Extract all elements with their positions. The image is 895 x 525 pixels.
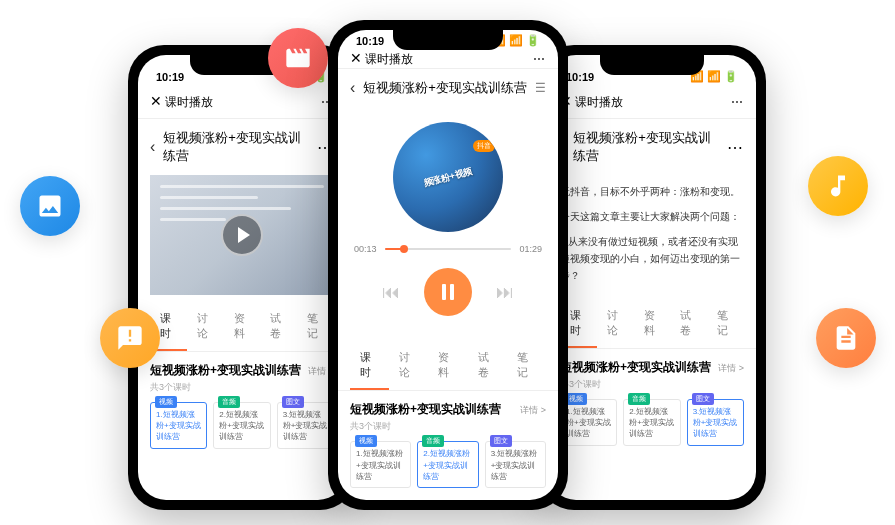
header: ✕ 课时播放⋯ [138,85,346,119]
more-icon[interactable]: ⋯ [727,138,744,157]
header-title: 课时播放 [365,52,413,66]
audio-progress[interactable]: 00:1301:29 [338,232,558,260]
tag-text: 图文 [490,435,512,447]
lesson-card[interactable]: 音频2.短视频涨粉+变现实战训练营 [417,441,478,488]
music-icon [808,156,868,216]
chat-icon [100,308,160,368]
lesson-card[interactable]: 视频1.短视频涨粉+变现实战训练营 [350,441,411,488]
tab-exam[interactable]: 试卷 [670,300,707,348]
tag-audio: 音频 [628,393,650,405]
tab-lessons[interactable]: 课时 [350,342,389,390]
lesson-card[interactable]: 图文3.短视频涨粉+变现实战训练营 [277,402,334,449]
tab-notes[interactable]: 笔记 [507,342,546,390]
tag-audio: 音频 [422,435,444,447]
video-player[interactable] [150,175,334,295]
tab-exam[interactable]: 试卷 [468,342,507,390]
lesson-card[interactable]: 音频2.短视频涨粉+变现实战训练营 [213,402,270,449]
tag-text: 图文 [282,396,304,408]
time-total: 01:29 [519,244,542,254]
play-button[interactable] [221,214,263,256]
tag-text: 图文 [692,393,714,405]
header: ✕ 课时播放⋯ [548,85,756,119]
more-icon[interactable]: ⋯ [731,95,744,109]
tabs: 课时 讨论 资料 试卷 笔记 [138,303,346,352]
tab-material[interactable]: 资料 [428,342,467,390]
tabs: 课时 讨论 资料 试卷 笔记 [338,342,558,391]
time-current: 00:13 [354,244,377,254]
tab-material[interactable]: 资料 [224,303,261,351]
tag-video: 视频 [565,393,587,405]
close-icon[interactable]: ✕ [350,50,362,66]
video-icon [268,28,328,88]
image-icon [20,176,80,236]
article-content: 玩抖音，目标不外乎两种：涨粉和变现。 今天这篇文章主要让大家解决两个问题： 1.… [548,175,756,300]
next-button[interactable]: ⏭ [496,282,514,303]
tab-discuss[interactable]: 讨论 [597,300,634,348]
phone-video: 10:19📶 📶 🔋 ✕ 课时播放⋯ ‹短视频涨粉+变现实战训练营⋯ 课时 讨论… [128,45,356,510]
lesson-card[interactable]: 视频1.短视频涨粉+变现实战训练营 [560,399,617,446]
detail-link[interactable]: 详情 > [718,362,744,375]
lesson-card[interactable]: 音频2.短视频涨粉+变现实战训练营 [623,399,680,446]
lesson-card[interactable]: 图文3.短视频涨粉+变现实战训练营 [687,399,744,446]
section-title: 短视频涨粉+变现实战训练营 [150,362,301,379]
tab-notes[interactable]: 笔记 [707,300,744,348]
back-icon[interactable]: ‹ [150,138,155,156]
tag-video: 视频 [355,435,377,447]
lesson-card[interactable]: 视频1.短视频涨粉+变现实战训练营 [150,402,207,449]
lesson-card[interactable]: 图文3.短视频涨粉+变现实战训练营 [485,441,546,488]
more-icon[interactable]: ⋯ [533,52,546,66]
tag-video: 视频 [155,396,177,408]
header: ✕ 课时播放⋯ [338,49,558,70]
pause-button[interactable] [424,268,472,316]
course-title: 短视频涨粉+变现实战训练营 [363,79,527,97]
tab-exam[interactable]: 试卷 [260,303,297,351]
detail-link[interactable]: 详情 > [520,404,546,417]
tag-audio: 音频 [218,396,240,408]
album-art: 抖音频涨粉+视频 [393,122,503,232]
document-icon [816,308,876,368]
tab-discuss[interactable]: 讨论 [187,303,224,351]
phone-audio: 10:19📶 📶 🔋 ✕ 课时播放⋯ ‹短视频涨粉+变现实战训练营☰ 抖音频涨粉… [328,20,568,510]
list-icon[interactable]: ☰ [535,81,546,95]
section-title: 短视频涨粉+变现实战训练营 [560,359,711,376]
close-icon[interactable]: ✕ [150,93,162,109]
back-icon[interactable]: ‹ [350,79,355,97]
tabs: 课时 讨论 资料 试卷 笔记 [548,300,756,349]
section-title: 短视频涨粉+变现实战训练营 [350,401,501,418]
course-title: 短视频涨粉+变现实战训练营 [163,129,309,165]
tab-discuss[interactable]: 讨论 [389,342,428,390]
tab-material[interactable]: 资料 [634,300,671,348]
header-title: 课时播放 [165,95,213,109]
course-title: 短视频涨粉+变现实战训练营 [573,129,719,165]
prev-button[interactable]: ⏮ [382,282,400,303]
header-title: 课时播放 [575,95,623,109]
phone-text: 10:19📶 📶 🔋 ✕ 课时播放⋯ ‹短视频涨粉+变现实战训练营⋯ 玩抖音，目… [538,45,766,510]
